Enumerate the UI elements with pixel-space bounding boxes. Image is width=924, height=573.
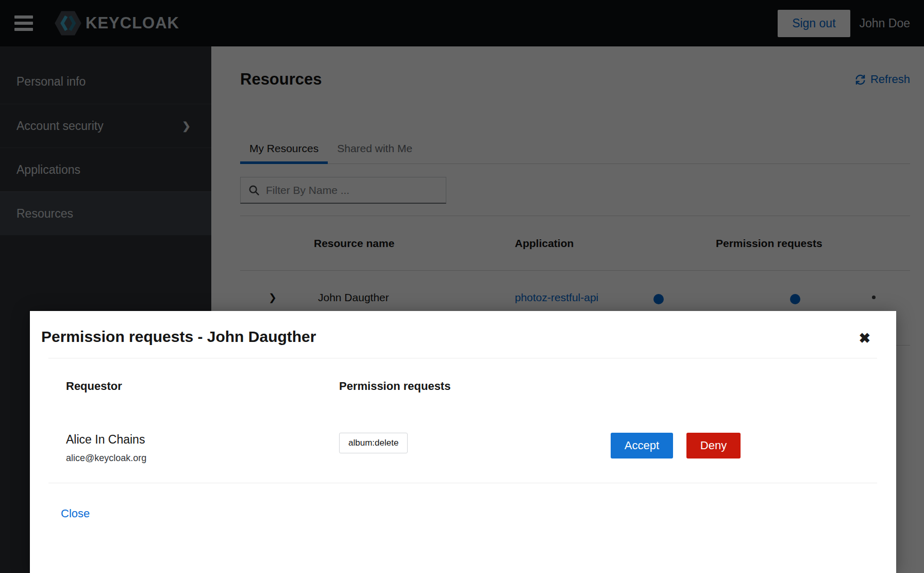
column-permission-requests: Permission requests	[339, 380, 611, 393]
modal-header: Permission requests - John Daugther ✖	[30, 311, 896, 358]
requestor-name: Alice In Chains	[66, 433, 339, 447]
modal-column-headers: Requestor Permission requests	[30, 358, 896, 393]
permission-chip: album:delete	[339, 433, 408, 453]
accept-button[interactable]: Accept	[611, 433, 673, 459]
column-requestor: Requestor	[66, 380, 339, 393]
actions-cell: Accept Deny	[611, 433, 877, 459]
requestor-email: alice@keycloak.org	[66, 453, 339, 464]
close-link[interactable]: Close	[61, 507, 90, 520]
permissions-cell: album:delete	[339, 433, 611, 453]
close-icon[interactable]: ✖	[859, 332, 870, 346]
permission-requests-modal: Permission requests - John Daugther ✖ Re…	[30, 311, 896, 573]
modal-title: Permission requests - John Daugther	[41, 328, 850, 346]
keycloak-account-console: KEYCLOAK Sign out John Doe Personal info…	[0, 0, 924, 573]
requestor-cell: Alice In Chains alice@keycloak.org	[66, 433, 339, 464]
permission-request-row: Alice In Chains alice@keycloak.org album…	[30, 433, 896, 483]
deny-button[interactable]: Deny	[686, 433, 741, 459]
modal-footer: Close	[30, 483, 896, 520]
